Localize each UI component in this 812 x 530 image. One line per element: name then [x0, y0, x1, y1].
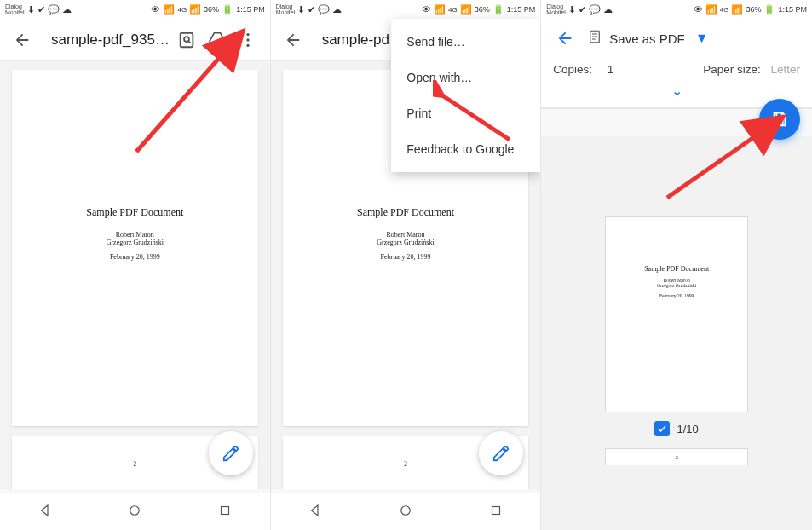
overflow-button[interactable]	[233, 25, 263, 55]
signal-icon: 📶	[705, 5, 717, 14]
battery-pct: 36%	[204, 5, 219, 14]
chat-icon: 💬	[48, 5, 60, 14]
doc-date: February 20, 1999	[283, 253, 529, 261]
svg-point-1	[184, 37, 189, 42]
panel-viewer: Dialog Mobitel ⬇ ✔ 💬 ☁ 👁 📶 4G 📶 36% 🔋 1:…	[0, 0, 271, 530]
net-label: 4G	[448, 6, 458, 14]
battery-pct: 36%	[475, 5, 490, 14]
dropdown-caret-icon[interactable]: ▼	[695, 31, 709, 46]
stub-num: 2	[675, 454, 678, 461]
doc-title: Sample PDF Document	[606, 265, 747, 273]
cloud-icon: ☁	[603, 5, 613, 14]
panel-menu: Dialog Mobitel ⬇ ✔ 💬 ☁ 👁 📶 4G 📶 36% 🔋 1:…	[271, 0, 542, 530]
edit-fab[interactable]	[479, 431, 523, 475]
nav-home[interactable]	[127, 503, 142, 521]
svg-point-8	[130, 505, 140, 515]
doc-author1: Robert Maron	[12, 231, 258, 239]
carrier-label: Dialog Mobitel	[276, 3, 296, 15]
signal-icon: 📶	[163, 5, 175, 14]
svg-rect-12	[492, 506, 499, 514]
nav-home[interactable]	[398, 503, 413, 521]
add-to-drive-button[interactable]	[202, 25, 233, 55]
doc-date: February 20, 1999	[12, 253, 258, 261]
nav-back[interactable]	[37, 503, 53, 521]
app-bar: sample-pdf_935…	[0, 19, 270, 61]
overflow-menu: Send file… Open with… Print Feedback to …	[391, 19, 540, 172]
svg-line-2	[188, 41, 190, 43]
chat-icon: 💬	[589, 5, 601, 14]
svg-point-6	[246, 38, 249, 41]
net-label: 4G	[177, 6, 187, 14]
svg-point-11	[401, 505, 411, 515]
signal2-icon: 📶	[731, 5, 743, 14]
file-title: sample-pdf_935…	[51, 32, 171, 49]
doc-author2: Grzegorz Grudziński	[283, 239, 529, 246]
preview-page-2[interactable]: 2	[605, 448, 748, 465]
signal2-icon: 📶	[189, 5, 201, 14]
panel-print: Dialog Mobitel ⬇ ✔ 💬 ☁ 👁 📶 4G 📶 36% 🔋 1:…	[541, 0, 812, 530]
nav-bar	[0, 493, 270, 530]
status-bar: Dialog Mobitel ⬇ ✔ 💬 ☁ 👁 📶 4G 📶 36% 🔋 1:…	[541, 0, 812, 19]
status-bar: Dialog Mobitel ⬇ ✔ 💬 ☁ 👁 📶 4G 📶 36% 🔋 1:…	[0, 0, 270, 19]
nav-recent[interactable]	[488, 503, 504, 521]
svg-rect-0	[180, 32, 193, 47]
signal-icon: 📶	[434, 5, 446, 14]
net-label: 4G	[720, 6, 729, 14]
pdf-icon	[587, 29, 602, 48]
nav-recent[interactable]	[217, 503, 233, 521]
clock: 1:15 PM	[507, 5, 536, 14]
status-bar: Dialog Mobitel ⬇ ✔ 💬 ☁ 👁 📶 4G 📶 36% 🔋 1:…	[271, 0, 541, 19]
save-fab[interactable]	[759, 99, 800, 140]
menu-send-file[interactable]: Send file…	[391, 24, 540, 60]
find-button[interactable]	[171, 25, 202, 55]
page-counter: 1/10	[654, 421, 698, 436]
document-area[interactable]: Sample PDF Document Robert Maron Grzegor…	[0, 61, 270, 489]
carrier-label: Dialog Mobitel	[546, 3, 566, 15]
edit-fab[interactable]	[209, 431, 253, 475]
paper-label: Paper size:	[703, 63, 761, 76]
page-count-label: 1/10	[677, 423, 698, 435]
nav-back[interactable]	[308, 503, 323, 521]
cloud-icon: ☁	[332, 5, 342, 14]
menu-feedback[interactable]: Feedback to Google	[391, 131, 540, 167]
back-button[interactable]	[550, 23, 580, 54]
signal2-icon: 📶	[460, 5, 472, 14]
battery-pct: 36%	[746, 5, 761, 14]
svg-rect-18	[776, 120, 782, 125]
download-icon: ⬇	[568, 5, 576, 14]
check-icon: ✔	[308, 5, 315, 14]
eye-icon: 👁	[694, 5, 703, 14]
paper-value[interactable]: Letter	[770, 63, 800, 76]
nav-bar	[271, 493, 541, 530]
menu-open-with[interactable]: Open with…	[391, 60, 540, 95]
chat-icon: 💬	[318, 5, 330, 14]
carrier-label: Dialog Mobitel	[5, 3, 25, 15]
doc-author1: Robert Maron	[283, 231, 529, 239]
svg-rect-9	[221, 506, 228, 514]
page-checkbox[interactable]	[654, 421, 670, 436]
battery-icon: 🔋	[492, 5, 504, 14]
pdf-page-1: Sample PDF Document Robert Maron Grzegor…	[12, 70, 258, 426]
copies-value[interactable]: 1	[608, 63, 614, 76]
eye-icon: 👁	[422, 5, 431, 14]
download-icon: ⬇	[27, 5, 35, 14]
battery-icon: 🔋	[763, 5, 775, 14]
preview-page-1[interactable]: Sample PDF Document Robert Maron Grzegor…	[605, 216, 748, 412]
doc-title: Sample PDF Document	[283, 206, 529, 219]
doc-author2: Grzegorz Grudziński	[606, 283, 747, 288]
doc-date: February 20, 1999	[606, 293, 747, 298]
print-preview[interactable]: Sample PDF Document Robert Maron Grzegor…	[541, 136, 812, 530]
doc-title: Sample PDF Document	[12, 206, 258, 219]
destination-label[interactable]: Save as PDF	[609, 32, 684, 46]
back-button[interactable]	[7, 25, 37, 55]
cloud-icon: ☁	[62, 5, 72, 14]
battery-icon: 🔋	[222, 5, 233, 14]
svg-point-5	[246, 32, 249, 35]
copies-label: Copies:	[553, 63, 592, 76]
menu-print[interactable]: Print	[391, 95, 540, 131]
eye-icon: 👁	[151, 5, 160, 14]
back-button[interactable]	[278, 25, 308, 55]
svg-point-7	[246, 43, 249, 46]
print-options: Save as PDF ▼ Copies: 1 Paper size: Lett…	[541, 19, 812, 109]
clock: 1:15 PM	[778, 5, 807, 14]
